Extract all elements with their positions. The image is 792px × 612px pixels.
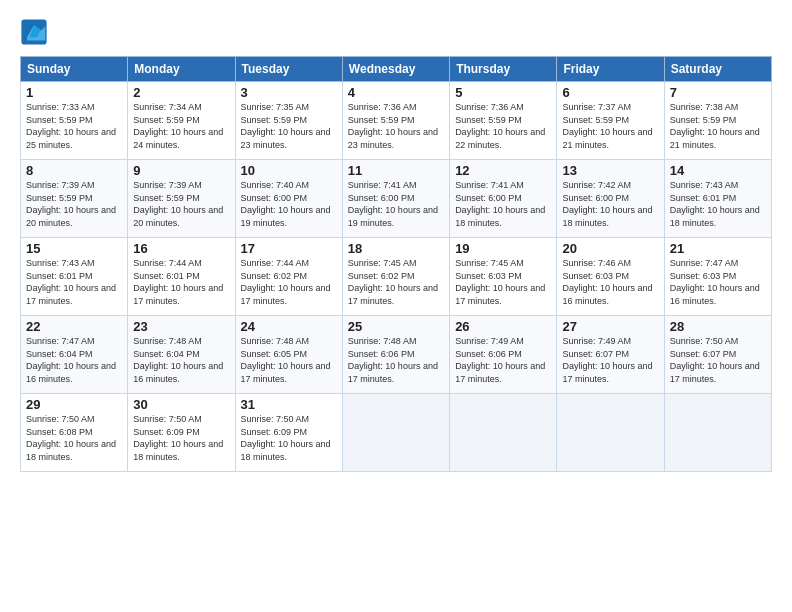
day-info: Sunrise: 7:36 AM Sunset: 5:59 PM Dayligh… — [348, 101, 444, 151]
calendar-cell: 11 Sunrise: 7:41 AM Sunset: 6:00 PM Dayl… — [342, 160, 449, 238]
day-number: 13 — [562, 163, 658, 178]
day-info: Sunrise: 7:47 AM Sunset: 6:03 PM Dayligh… — [670, 257, 766, 307]
calendar-cell: 26 Sunrise: 7:49 AM Sunset: 6:06 PM Dayl… — [450, 316, 557, 394]
calendar-cell — [557, 394, 664, 472]
calendar-cell: 31 Sunrise: 7:50 AM Sunset: 6:09 PM Dayl… — [235, 394, 342, 472]
day-info: Sunrise: 7:44 AM Sunset: 6:01 PM Dayligh… — [133, 257, 229, 307]
day-number: 8 — [26, 163, 122, 178]
page: SundayMondayTuesdayWednesdayThursdayFrid… — [0, 0, 792, 612]
calendar-cell: 3 Sunrise: 7:35 AM Sunset: 5:59 PM Dayli… — [235, 82, 342, 160]
calendar-cell: 5 Sunrise: 7:36 AM Sunset: 5:59 PM Dayli… — [450, 82, 557, 160]
day-info: Sunrise: 7:48 AM Sunset: 6:06 PM Dayligh… — [348, 335, 444, 385]
week-row-4: 29 Sunrise: 7:50 AM Sunset: 6:08 PM Dayl… — [21, 394, 772, 472]
day-number: 15 — [26, 241, 122, 256]
day-info: Sunrise: 7:37 AM Sunset: 5:59 PM Dayligh… — [562, 101, 658, 151]
day-info: Sunrise: 7:45 AM Sunset: 6:03 PM Dayligh… — [455, 257, 551, 307]
col-header-thursday: Thursday — [450, 57, 557, 82]
day-number: 1 — [26, 85, 122, 100]
day-info: Sunrise: 7:46 AM Sunset: 6:03 PM Dayligh… — [562, 257, 658, 307]
day-info: Sunrise: 7:36 AM Sunset: 5:59 PM Dayligh… — [455, 101, 551, 151]
calendar-cell — [664, 394, 771, 472]
week-row-2: 15 Sunrise: 7:43 AM Sunset: 6:01 PM Dayl… — [21, 238, 772, 316]
day-info: Sunrise: 7:33 AM Sunset: 5:59 PM Dayligh… — [26, 101, 122, 151]
day-number: 16 — [133, 241, 229, 256]
day-info: Sunrise: 7:49 AM Sunset: 6:07 PM Dayligh… — [562, 335, 658, 385]
logo-icon — [20, 18, 48, 46]
day-info: Sunrise: 7:42 AM Sunset: 6:00 PM Dayligh… — [562, 179, 658, 229]
day-number: 24 — [241, 319, 337, 334]
calendar-cell: 22 Sunrise: 7:47 AM Sunset: 6:04 PM Dayl… — [21, 316, 128, 394]
calendar-table: SundayMondayTuesdayWednesdayThursdayFrid… — [20, 56, 772, 472]
calendar-cell — [450, 394, 557, 472]
calendar-cell: 29 Sunrise: 7:50 AM Sunset: 6:08 PM Dayl… — [21, 394, 128, 472]
day-info: Sunrise: 7:48 AM Sunset: 6:04 PM Dayligh… — [133, 335, 229, 385]
calendar-cell: 6 Sunrise: 7:37 AM Sunset: 5:59 PM Dayli… — [557, 82, 664, 160]
calendar-cell: 28 Sunrise: 7:50 AM Sunset: 6:07 PM Dayl… — [664, 316, 771, 394]
day-info: Sunrise: 7:50 AM Sunset: 6:07 PM Dayligh… — [670, 335, 766, 385]
day-info: Sunrise: 7:38 AM Sunset: 5:59 PM Dayligh… — [670, 101, 766, 151]
day-number: 21 — [670, 241, 766, 256]
calendar-cell: 10 Sunrise: 7:40 AM Sunset: 6:00 PM Dayl… — [235, 160, 342, 238]
day-info: Sunrise: 7:41 AM Sunset: 6:00 PM Dayligh… — [455, 179, 551, 229]
logo — [20, 18, 52, 46]
day-info: Sunrise: 7:48 AM Sunset: 6:05 PM Dayligh… — [241, 335, 337, 385]
col-header-saturday: Saturday — [664, 57, 771, 82]
day-info: Sunrise: 7:39 AM Sunset: 5:59 PM Dayligh… — [133, 179, 229, 229]
calendar-cell: 4 Sunrise: 7:36 AM Sunset: 5:59 PM Dayli… — [342, 82, 449, 160]
day-info: Sunrise: 7:39 AM Sunset: 5:59 PM Dayligh… — [26, 179, 122, 229]
col-header-wednesday: Wednesday — [342, 57, 449, 82]
day-number: 6 — [562, 85, 658, 100]
calendar-cell: 9 Sunrise: 7:39 AM Sunset: 5:59 PM Dayli… — [128, 160, 235, 238]
day-info: Sunrise: 7:43 AM Sunset: 6:01 PM Dayligh… — [26, 257, 122, 307]
week-row-1: 8 Sunrise: 7:39 AM Sunset: 5:59 PM Dayli… — [21, 160, 772, 238]
col-header-tuesday: Tuesday — [235, 57, 342, 82]
calendar-cell: 14 Sunrise: 7:43 AM Sunset: 6:01 PM Dayl… — [664, 160, 771, 238]
day-number: 11 — [348, 163, 444, 178]
day-number: 31 — [241, 397, 337, 412]
calendar-cell: 21 Sunrise: 7:47 AM Sunset: 6:03 PM Dayl… — [664, 238, 771, 316]
day-number: 9 — [133, 163, 229, 178]
day-number: 25 — [348, 319, 444, 334]
calendar-cell: 24 Sunrise: 7:48 AM Sunset: 6:05 PM Dayl… — [235, 316, 342, 394]
day-number: 22 — [26, 319, 122, 334]
header — [20, 18, 772, 46]
day-number: 10 — [241, 163, 337, 178]
calendar-cell: 12 Sunrise: 7:41 AM Sunset: 6:00 PM Dayl… — [450, 160, 557, 238]
day-number: 19 — [455, 241, 551, 256]
day-info: Sunrise: 7:35 AM Sunset: 5:59 PM Dayligh… — [241, 101, 337, 151]
day-info: Sunrise: 7:50 AM Sunset: 6:08 PM Dayligh… — [26, 413, 122, 463]
day-number: 27 — [562, 319, 658, 334]
calendar-cell: 20 Sunrise: 7:46 AM Sunset: 6:03 PM Dayl… — [557, 238, 664, 316]
calendar-cell: 30 Sunrise: 7:50 AM Sunset: 6:09 PM Dayl… — [128, 394, 235, 472]
day-info: Sunrise: 7:41 AM Sunset: 6:00 PM Dayligh… — [348, 179, 444, 229]
calendar-cell: 7 Sunrise: 7:38 AM Sunset: 5:59 PM Dayli… — [664, 82, 771, 160]
day-number: 3 — [241, 85, 337, 100]
week-row-3: 22 Sunrise: 7:47 AM Sunset: 6:04 PM Dayl… — [21, 316, 772, 394]
day-number: 29 — [26, 397, 122, 412]
day-number: 12 — [455, 163, 551, 178]
day-number: 5 — [455, 85, 551, 100]
day-number: 18 — [348, 241, 444, 256]
day-number: 4 — [348, 85, 444, 100]
header-row: SundayMondayTuesdayWednesdayThursdayFrid… — [21, 57, 772, 82]
day-info: Sunrise: 7:45 AM Sunset: 6:02 PM Dayligh… — [348, 257, 444, 307]
day-number: 23 — [133, 319, 229, 334]
day-number: 28 — [670, 319, 766, 334]
day-info: Sunrise: 7:50 AM Sunset: 6:09 PM Dayligh… — [241, 413, 337, 463]
day-info: Sunrise: 7:43 AM Sunset: 6:01 PM Dayligh… — [670, 179, 766, 229]
day-info: Sunrise: 7:50 AM Sunset: 6:09 PM Dayligh… — [133, 413, 229, 463]
week-row-0: 1 Sunrise: 7:33 AM Sunset: 5:59 PM Dayli… — [21, 82, 772, 160]
calendar-cell: 16 Sunrise: 7:44 AM Sunset: 6:01 PM Dayl… — [128, 238, 235, 316]
calendar-cell: 27 Sunrise: 7:49 AM Sunset: 6:07 PM Dayl… — [557, 316, 664, 394]
day-number: 7 — [670, 85, 766, 100]
calendar-cell: 8 Sunrise: 7:39 AM Sunset: 5:59 PM Dayli… — [21, 160, 128, 238]
calendar-cell: 25 Sunrise: 7:48 AM Sunset: 6:06 PM Dayl… — [342, 316, 449, 394]
calendar-cell: 17 Sunrise: 7:44 AM Sunset: 6:02 PM Dayl… — [235, 238, 342, 316]
calendar-cell: 19 Sunrise: 7:45 AM Sunset: 6:03 PM Dayl… — [450, 238, 557, 316]
day-number: 2 — [133, 85, 229, 100]
calendar-cell: 23 Sunrise: 7:48 AM Sunset: 6:04 PM Dayl… — [128, 316, 235, 394]
day-number: 26 — [455, 319, 551, 334]
calendar-cell: 18 Sunrise: 7:45 AM Sunset: 6:02 PM Dayl… — [342, 238, 449, 316]
day-info: Sunrise: 7:34 AM Sunset: 5:59 PM Dayligh… — [133, 101, 229, 151]
calendar-cell: 1 Sunrise: 7:33 AM Sunset: 5:59 PM Dayli… — [21, 82, 128, 160]
